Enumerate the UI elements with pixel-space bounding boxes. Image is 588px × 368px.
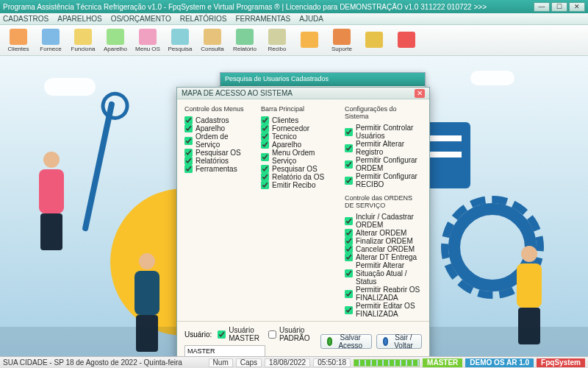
- tool-label: Consulta: [201, 46, 224, 52]
- chk-label: Tecnico: [272, 132, 297, 141]
- workspace: Pesquisa de Usuarios Cadastrados MAPA DE…: [0, 56, 588, 356]
- chk-label: Permitir Alterar Situação Atual / Status: [356, 261, 422, 286]
- menubar: CADASTROSAPARELHOSOS/ORÇAMENTORELATÓRIOS…: [0, 13, 588, 25]
- tool-label: Recibo: [268, 46, 287, 52]
- chk-ordem[interactable]: Cancelar ORDEM: [345, 245, 422, 253]
- tool-menu os[interactable]: Menu OS: [132, 26, 163, 54]
- tool-label: Suporte: [331, 46, 352, 52]
- chk-label: Permitir Editar OS FINALIZADA: [356, 302, 422, 318]
- chk-label: Permitir Reabrir OS FINALIZADA: [356, 286, 422, 302]
- chk-label: Clientes: [272, 116, 298, 124]
- tool-relatório[interactable]: Relatório: [229, 26, 260, 54]
- chk-ordem[interactable]: Permitir Editar OS FINALIZADA: [345, 302, 422, 318]
- chk-label: Permitir Controlar Usuários: [356, 124, 422, 140]
- chk-barra[interactable]: Relatório da OS: [261, 173, 336, 181]
- tool-aparelho[interactable]: Aparelho: [100, 26, 131, 54]
- tool-icon: [107, 29, 124, 45]
- status-time: 05:50:18: [313, 358, 351, 367]
- tool-icon[interactable]: [359, 26, 390, 54]
- tool-funciona[interactable]: Funciona: [68, 26, 98, 54]
- status-caps: Caps: [236, 358, 262, 367]
- chk-label: Aparelho: [196, 124, 225, 132]
- minimize-button[interactable]: —: [534, 2, 550, 12]
- menu-ferramentas[interactable]: FERRAMENTAS: [235, 15, 290, 23]
- dialog-titlebar: MAPA DE ACESSO AO SISTEMA ✕: [177, 88, 429, 99]
- access-map-dialog: MAPA DE ACESSO AO SISTEMA ✕ Controle dos…: [176, 87, 430, 356]
- chk-label: Fornecedor: [272, 124, 309, 132]
- tool-icon: [268, 29, 286, 45]
- chk-ordem[interactable]: Permitir Alterar Situação Atual / Status: [345, 261, 422, 286]
- chk-config[interactable]: Permitir Configurar ORDEM: [345, 156, 422, 172]
- search-users-title: Pesquisa de Usuarios Cadastrados: [220, 73, 425, 86]
- tool-icon: [365, 32, 383, 48]
- tool-icon[interactable]: [294, 26, 325, 54]
- tool-pesquisa[interactable]: Pesquisa: [165, 26, 196, 54]
- chk-menu[interactable]: Pesquisar OS: [184, 149, 252, 157]
- user-input[interactable]: [184, 345, 265, 356]
- status-location-date: SUA CIDADE - SP 18 de Agosto de 2022 - Q…: [3, 358, 182, 367]
- chk-ordem[interactable]: Alterar DT Entrega: [345, 253, 422, 261]
- chk-menu[interactable]: Aparelho: [184, 124, 252, 132]
- chk-label: Menu Ordem Serviço: [272, 149, 336, 165]
- tool-icon: [139, 29, 157, 45]
- chk-menu[interactable]: Ferramentas: [184, 165, 252, 173]
- tool-consulta[interactable]: Consulta: [197, 26, 228, 54]
- chk-label: Emitir Recibo: [272, 181, 315, 189]
- save-access-button[interactable]: Salvar Acesso: [320, 334, 372, 349]
- chk-menu[interactable]: Ordem de Serviço: [184, 132, 252, 149]
- menu-relatórios[interactable]: RELATÓRIOS: [180, 15, 227, 23]
- chk-menu[interactable]: Relatórios: [184, 157, 252, 165]
- col-barra-header: Barra Principal: [261, 105, 336, 113]
- tool-icon: [42, 29, 60, 45]
- chk-ordem[interactable]: Permitir Reabrir OS FINALIZADA: [345, 286, 422, 302]
- chk-label: Pesquisar OS: [272, 165, 318, 173]
- chk-barra[interactable]: Menu Ordem Serviço: [261, 149, 336, 165]
- tool-fornece[interactable]: Fornece: [35, 26, 66, 54]
- window-title: Programa Assistência Técnica Refrigeraçã…: [3, 3, 532, 11]
- status-user-tag: MASTER: [423, 358, 462, 367]
- tool-icon: [333, 29, 351, 45]
- menu-aparelhos[interactable]: APARELHOS: [57, 15, 101, 23]
- window-titlebar: Programa Assistência Técnica Refrigeraçã…: [0, 0, 588, 13]
- chk-barra[interactable]: Aparelho: [261, 141, 336, 149]
- exit-back-button[interactable]: Sair / Voltar: [376, 334, 422, 349]
- chk-ordem[interactable]: Incluir / Cadastrar ORDEM: [345, 213, 422, 229]
- toolbar: ClientesForneceFuncionaAparelhoMenu OSPe…: [0, 25, 588, 56]
- chk-label: Incluir / Cadastrar ORDEM: [356, 213, 422, 229]
- chk-ordem[interactable]: Finalizar ORDEM: [345, 237, 422, 245]
- menu-ajuda[interactable]: AJUDA: [299, 15, 323, 23]
- tool-icon: [204, 29, 221, 45]
- chk-label: Relatório da OS: [272, 173, 324, 181]
- chk-config[interactable]: Permitir Alterar Registro: [345, 140, 422, 156]
- tool-label: Fornece: [40, 46, 61, 52]
- chk-user-master[interactable]: Usuário MASTER: [218, 326, 262, 342]
- close-button[interactable]: ✕: [569, 2, 585, 12]
- menu-os/orçamento[interactable]: OS/ORÇAMENTO: [111, 15, 171, 23]
- tool-label: Pesquisa: [168, 46, 193, 52]
- chk-config[interactable]: Permitir Controlar Usuários: [345, 124, 422, 140]
- chk-ordem[interactable]: Alterar ORDEM: [345, 229, 422, 237]
- chk-label: Permitir Configurar RECIBO: [356, 172, 422, 188]
- chk-barra[interactable]: Emitir Recibo: [261, 181, 336, 189]
- chk-menu[interactable]: Cadastros: [184, 116, 252, 124]
- dialog-close-button[interactable]: ✕: [415, 89, 425, 98]
- menu-cadastros[interactable]: CADASTROS: [3, 15, 49, 23]
- chk-config[interactable]: Permitir Configurar RECIBO: [345, 172, 422, 188]
- col-menus-header: Controle dos Menus: [184, 105, 252, 113]
- tool-label: Menu OS: [135, 46, 160, 52]
- chk-barra[interactable]: Fornecedor: [261, 124, 336, 132]
- chk-barra[interactable]: Pesquisar OS: [261, 165, 336, 173]
- chk-barra[interactable]: Clientes: [261, 116, 336, 124]
- tool-recibo[interactable]: Recibo: [262, 26, 293, 54]
- tool-icon[interactable]: [391, 26, 422, 54]
- tool-clientes[interactable]: Clientes: [3, 26, 34, 54]
- tool-icon: [398, 32, 415, 48]
- chk-user-padrao[interactable]: Usuário PADRÃO: [268, 326, 313, 342]
- maximize-button[interactable]: ☐: [551, 2, 567, 12]
- status-num: Num: [209, 358, 233, 367]
- statusbar: SUA CIDADE - SP 18 de Agosto de 2022 - Q…: [0, 356, 588, 368]
- tool-label: Funciona: [71, 46, 96, 52]
- chk-label: Alterar DT Entrega: [356, 253, 417, 261]
- chk-barra[interactable]: Tecnico: [261, 132, 336, 141]
- tool-suporte[interactable]: Suporte: [326, 26, 357, 54]
